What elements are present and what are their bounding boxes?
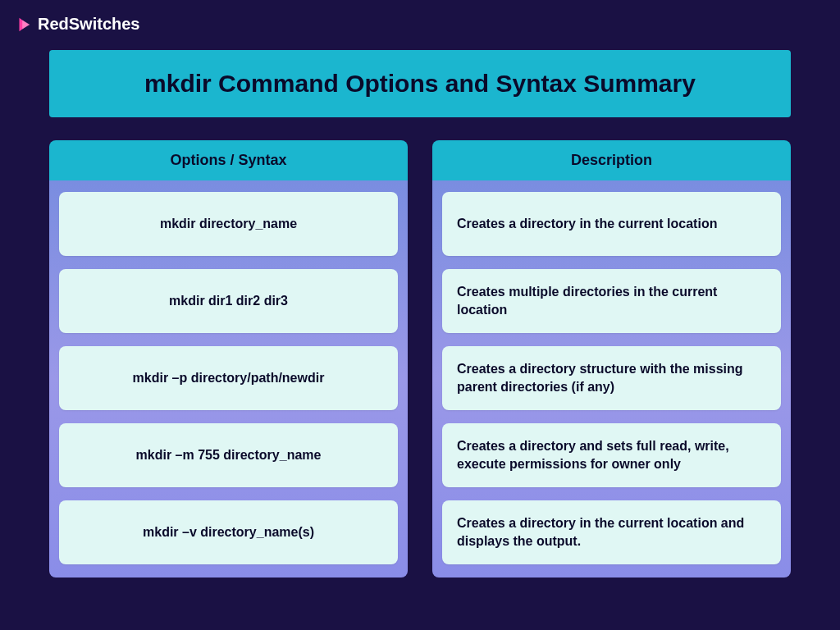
description-text: Creates a directory structure with the m…: [457, 360, 766, 395]
syntax-text: mkdir directory_name: [160, 215, 297, 233]
column-syntax: Options / Syntax mkdir directory_name mk…: [49, 140, 408, 578]
syntax-cell: mkdir –m 755 directory_name: [59, 423, 398, 487]
description-cell: Creates a directory in the current locat…: [442, 500, 781, 564]
page-title: mkdir Command Options and Syntax Summary: [57, 70, 783, 98]
column-description: Description Creates a directory in the c…: [432, 140, 791, 578]
description-cell: Creates a directory in the current locat…: [442, 192, 781, 256]
page-title-bar: mkdir Command Options and Syntax Summary: [49, 50, 791, 117]
syntax-cell: mkdir –v directory_name(s): [59, 500, 398, 564]
column-header-description: Description: [432, 140, 791, 180]
column-header-syntax: Options / Syntax: [49, 140, 408, 180]
syntax-cell: mkdir dir1 dir2 dir3: [59, 269, 398, 333]
syntax-text: mkdir –m 755 directory_name: [136, 446, 322, 464]
description-text: Creates a directory in the current locat…: [457, 215, 717, 233]
description-text: Creates multiple directories in the curr…: [457, 283, 766, 318]
brand-icon: [15, 16, 33, 34]
column-body-description: Creates a directory in the current locat…: [432, 180, 791, 578]
table-columns: Options / Syntax mkdir directory_name mk…: [49, 140, 791, 578]
syntax-cell: mkdir –p directory/path/newdir: [59, 346, 398, 410]
syntax-cell: mkdir directory_name: [59, 192, 398, 256]
content-container: mkdir Command Options and Syntax Summary…: [0, 34, 840, 578]
description-cell: Creates a directory and sets full read, …: [442, 423, 781, 487]
description-cell: Creates multiple directories in the curr…: [442, 269, 781, 333]
description-text: Creates a directory in the current locat…: [457, 514, 766, 550]
description-text: Creates a directory and sets full read, …: [457, 437, 766, 472]
description-cell: Creates a directory structure with the m…: [442, 346, 781, 410]
brand-name: RedSwitches: [38, 15, 139, 34]
brand-logo: RedSwitches: [0, 0, 840, 34]
syntax-text: mkdir –v directory_name(s): [143, 523, 314, 541]
syntax-text: mkdir dir1 dir2 dir3: [169, 292, 288, 310]
syntax-text: mkdir –p directory/path/newdir: [133, 369, 325, 387]
column-body-syntax: mkdir directory_name mkdir dir1 dir2 dir…: [49, 180, 408, 578]
